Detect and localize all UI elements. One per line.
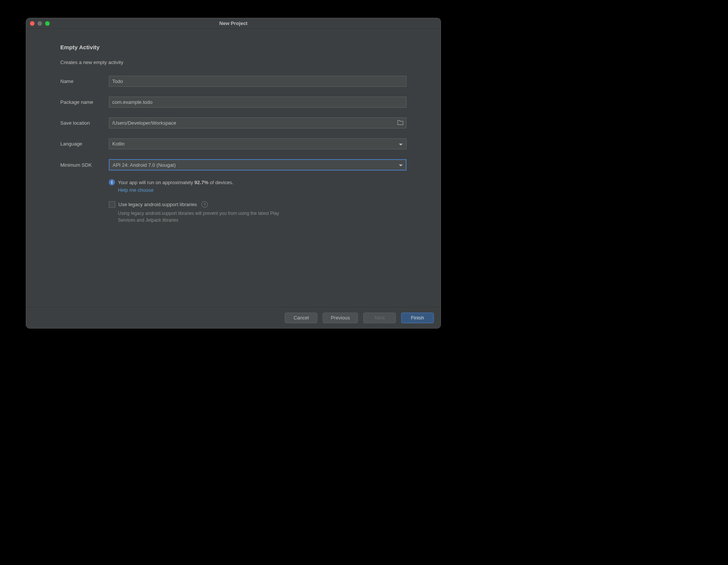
min-sdk-label: Minimum SDK [60, 162, 109, 168]
name-label: Name [60, 78, 109, 84]
window-title: New Project [26, 20, 441, 26]
previous-button[interactable]: Previous [323, 313, 358, 323]
maximize-window-button[interactable] [45, 21, 50, 26]
minimize-window-button [38, 21, 42, 26]
language-label: Language [60, 141, 109, 147]
language-row: Language Kotlin [60, 138, 406, 149]
language-select[interactable]: Kotlin [109, 138, 406, 149]
name-row: Name [60, 76, 406, 87]
close-window-button[interactable] [30, 21, 35, 26]
package-label: Package name [60, 99, 109, 105]
name-input[interactable] [109, 76, 406, 87]
dialog-footer: Cancel Previous Next Finish [26, 307, 441, 328]
legacy-support-checkbox[interactable] [109, 201, 115, 208]
sdk-info-section: i Your app will run on approximately 92.… [109, 179, 406, 194]
location-label: Save location [60, 120, 109, 126]
page-title: Empty Activity [60, 44, 406, 50]
package-input[interactable] [109, 97, 406, 108]
browse-folder-icon[interactable] [397, 120, 403, 127]
location-row: Save location [60, 117, 406, 128]
help-icon[interactable]: ? [201, 201, 208, 208]
traffic-lights [30, 21, 50, 26]
finish-button[interactable]: Finish [401, 313, 434, 323]
device-coverage-text: Your app will run on approximately 92.7%… [118, 179, 234, 194]
dialog-content: Empty Activity Creates a new empty activ… [26, 29, 441, 307]
legacy-support-label: Use legacy android.support libraries [118, 202, 197, 207]
min-sdk-select[interactable]: API 24: Android 7.0 (Nougat) [109, 159, 406, 171]
info-icon: i [109, 179, 115, 185]
cancel-button[interactable]: Cancel [285, 313, 317, 323]
legacy-support-description: Using legacy android.support libraries w… [118, 210, 281, 224]
min-sdk-row: Minimum SDK API 24: Android 7.0 (Nougat) [60, 159, 406, 171]
location-input[interactable] [109, 117, 406, 128]
help-me-choose-link[interactable]: Help me choose [118, 187, 154, 193]
page-subtitle: Creates a new empty activity [60, 59, 406, 65]
package-row: Package name [60, 97, 406, 108]
legacy-support-row: Use legacy android.support libraries ? [109, 201, 406, 208]
next-button: Next [363, 313, 396, 323]
title-bar: New Project [26, 18, 441, 29]
new-project-dialog: New Project Empty Activity Creates a new… [26, 18, 441, 329]
